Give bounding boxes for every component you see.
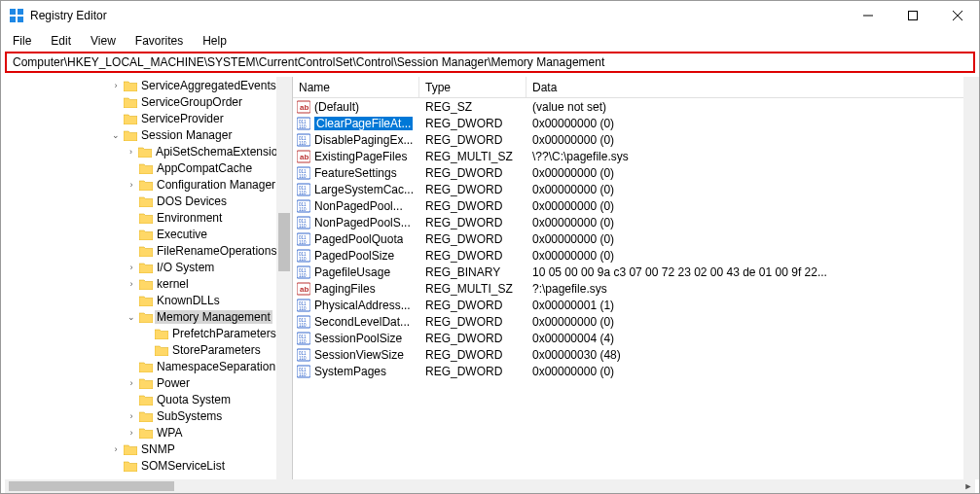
scroll-right-icon[interactable]: ►: [962, 479, 975, 493]
maximize-button[interactable]: [899, 6, 926, 25]
value-type: REG_DWORD: [419, 332, 526, 345]
tree-node[interactable]: PrefetchParameters: [5, 325, 292, 341]
tree-node[interactable]: ›I/O System: [5, 259, 292, 275]
folder-icon: [155, 328, 168, 339]
scrollbar-thumb[interactable]: [9, 481, 174, 491]
tree-node[interactable]: SOMServiceList: [5, 457, 292, 474]
values-pane[interactable]: Name Type Data (Default)REG_SZ(value not…: [293, 77, 979, 479]
value-data: (value not set): [526, 100, 979, 114]
folder-icon: [139, 410, 153, 422]
col-header-type[interactable]: Type: [419, 77, 526, 97]
menu-favorites[interactable]: Favorites: [127, 32, 191, 50]
tree-node-label: KnownDLLs: [155, 294, 222, 307]
value-row[interactable]: SystemPagesREG_DWORD0x00000000 (0): [293, 363, 979, 379]
tree-node[interactable]: ›WPA: [5, 424, 292, 441]
value-row[interactable]: SecondLevelDat...REG_DWORD0x00000000 (0): [293, 313, 979, 330]
tree-node[interactable]: AppCompatCache: [5, 159, 292, 176]
expand-icon[interactable]: ›: [126, 377, 137, 389]
address-bar[interactable]: Computer\HKEY_LOCAL_MACHINE\SYSTEM\Curre…: [5, 52, 975, 73]
value-name: LargeSystemCac...: [314, 183, 414, 196]
folder-icon: [124, 443, 137, 455]
tree-pane[interactable]: ›ServiceAggregatedEventsServiceGroupOrde…: [1, 77, 293, 479]
tree-node-label: FileRenameOperations: [155, 244, 278, 258]
expand-icon[interactable]: ›: [126, 179, 137, 191]
binary-value-icon: [297, 166, 310, 180]
expand-icon[interactable]: ›: [110, 80, 122, 91]
no-expand-icon: [126, 229, 137, 240]
tree-node[interactable]: ›kernel: [5, 275, 292, 292]
value-row[interactable]: ExistingPageFilesREG_MULTI_SZ\??\C:\page…: [293, 148, 979, 164]
tree-node[interactable]: ServiceGroupOrder: [5, 93, 292, 110]
tree-node[interactable]: ⌄Session Manager: [5, 126, 292, 143]
expand-icon[interactable]: ›: [126, 146, 136, 158]
value-type: REG_BINARY: [419, 265, 526, 279]
value-row[interactable]: ClearPageFileAt...REG_DWORD0x00000000 (0…: [293, 115, 979, 131]
value-row[interactable]: SessionViewSizeREG_DWORD0x00000030 (48): [293, 346, 979, 363]
tree-node[interactable]: ›ServiceAggregatedEvents: [5, 77, 292, 93]
minimize-button[interactable]: [854, 6, 882, 25]
tree-node[interactable]: ServiceProvider: [5, 110, 292, 126]
folder-icon: [139, 262, 153, 273]
tree-node[interactable]: KnownDLLs: [5, 292, 292, 308]
tree-node[interactable]: Quota System: [5, 391, 292, 407]
tree-node[interactable]: Environment: [5, 209, 292, 226]
folder-icon: [139, 195, 153, 207]
tree-node[interactable]: ›SubSystems: [5, 407, 292, 424]
menu-help[interactable]: Help: [195, 32, 235, 50]
value-row[interactable]: (Default)REG_SZ(value not set): [293, 98, 979, 115]
expand-icon[interactable]: ›: [110, 443, 122, 455]
value-row[interactable]: PagedPoolQuotaREG_DWORD0x00000000 (0): [293, 230, 979, 247]
value-name: PagedPoolSize: [314, 249, 394, 263]
value-row[interactable]: PhysicalAddress...REG_DWORD0x00000001 (1…: [293, 297, 979, 313]
expand-icon[interactable]: ›: [126, 262, 137, 273]
tree-node[interactable]: FileRenameOperations: [5, 242, 292, 259]
value-row[interactable]: NonPagedPoolS...REG_DWORD0x00000000 (0): [293, 214, 979, 230]
menu-file[interactable]: File: [5, 32, 39, 50]
tree-node[interactable]: Executive: [5, 226, 292, 242]
svg-rect-0: [10, 9, 16, 15]
value-row[interactable]: DisablePagingEx...REG_DWORD0x00000000 (0…: [293, 131, 979, 148]
expand-icon[interactable]: ›: [126, 278, 137, 290]
value-row[interactable]: FeatureSettingsREG_DWORD0x00000000 (0): [293, 164, 979, 181]
value-data: 0x00000000 (0): [526, 216, 979, 229]
col-header-data[interactable]: Data: [526, 77, 979, 97]
tree-node-label: StoreParameters: [170, 343, 263, 357]
folder-icon: [155, 344, 168, 356]
expand-icon[interactable]: ›: [126, 410, 137, 422]
value-name: SessionPoolSize: [314, 332, 402, 345]
tree-horizontal-scrollbar[interactable]: ◄ ►: [5, 479, 975, 493]
value-row[interactable]: LargeSystemCac...REG_DWORD0x00000000 (0): [293, 181, 979, 197]
collapse-icon[interactable]: ⌄: [126, 311, 137, 323]
tree-node[interactable]: NamespaceSeparation: [5, 358, 292, 374]
value-row[interactable]: PagefileUsageREG_BINARY10 05 00 00 9a c3…: [293, 264, 979, 280]
menu-edit[interactable]: Edit: [43, 32, 79, 50]
value-row[interactable]: PagingFilesREG_MULTI_SZ?:\pagefile.sys: [293, 280, 979, 297]
value-row[interactable]: NonPagedPool...REG_DWORD0x00000000 (0): [293, 197, 979, 214]
col-header-name[interactable]: Name: [293, 77, 419, 97]
tree-node[interactable]: ⌄Memory Management: [5, 308, 292, 325]
folder-icon: [139, 394, 153, 406]
values-scrollbar[interactable]: [963, 77, 979, 479]
expand-icon[interactable]: ›: [126, 427, 137, 439]
tree-node[interactable]: ›ApiSetSchemaExtensions: [5, 143, 292, 159]
close-button[interactable]: [944, 6, 971, 25]
folder-icon: [139, 179, 153, 191]
tree-node[interactable]: ›Configuration Manager: [5, 176, 292, 193]
collapse-icon[interactable]: ⌄: [110, 129, 122, 141]
scrollbar-thumb[interactable]: [278, 213, 290, 271]
tree-node[interactable]: StoreParameters: [5, 341, 292, 358]
tree-scrollbar[interactable]: [276, 77, 292, 479]
string-value-icon: [297, 100, 310, 114]
value-data: 10 05 00 00 9a c3 07 00 72 23 02 00 43 d…: [526, 265, 979, 279]
tree-node[interactable]: ›SNMP: [5, 441, 292, 457]
binary-value-icon: [297, 183, 310, 196]
svg-rect-2: [10, 17, 16, 22]
value-row[interactable]: SessionPoolSizeREG_DWORD0x00000004 (4): [293, 330, 979, 346]
value-row[interactable]: PagedPoolSizeREG_DWORD0x00000000 (0): [293, 247, 979, 264]
folder-icon: [124, 96, 137, 108]
tree-node[interactable]: ›Power: [5, 374, 292, 391]
value-name: SystemPages: [314, 365, 386, 378]
menu-view[interactable]: View: [83, 32, 124, 50]
value-name: NonPagedPool...: [314, 199, 403, 213]
tree-node[interactable]: DOS Devices: [5, 193, 292, 209]
